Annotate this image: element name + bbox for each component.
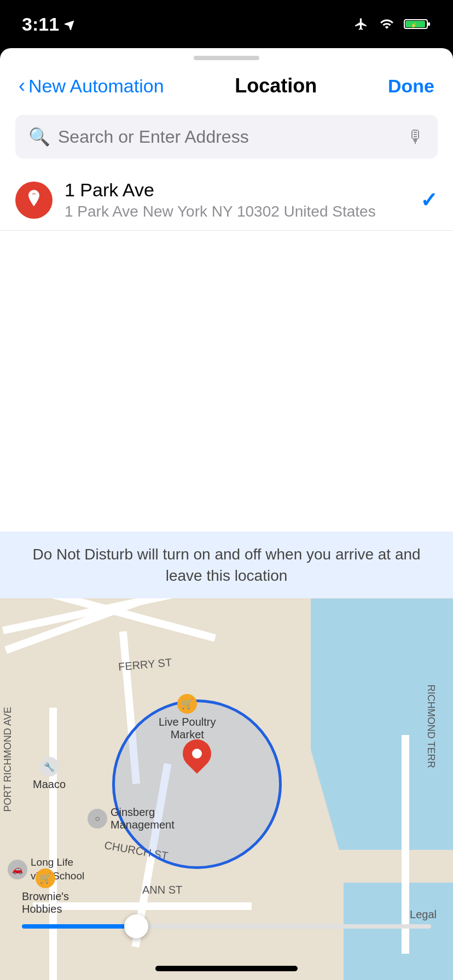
legal-label[interactable]: Legal <box>410 908 437 921</box>
ginsberg-label: GinsbergManagement <box>111 806 175 831</box>
map-pin-dot <box>192 749 202 759</box>
water-area-bottom <box>344 883 453 980</box>
map-section: Do Not Disturb will turn on and off when… <box>0 532 453 980</box>
poi-live-poultry: 🛒 Live PoultryMarket <box>159 694 216 741</box>
status-time: 3:11 <box>22 14 77 35</box>
airplane-icon <box>352 17 370 31</box>
page-title: Location <box>235 74 317 97</box>
location-list-item[interactable]: 1 Park Ave 1 Park Ave New York NY 10302 … <box>0 170 453 231</box>
back-label: New Automation <box>28 75 164 97</box>
brownies-label: Brownie'sHobbies <box>22 890 69 915</box>
poi-brownies: 🛒 Brownie'sHobbies <box>22 868 69 915</box>
battery-icon: ⚡ <box>404 17 431 31</box>
maaco-icon: 🔧 <box>39 757 59 777</box>
search-input[interactable] <box>58 127 399 147</box>
main-content: ‹ New Automation Location Done 🔍 🎙 1 Par… <box>0 48 453 980</box>
pull-indicator <box>194 56 259 60</box>
home-indicator <box>155 966 298 971</box>
location-address: 1 Park Ave New York NY 10302 United Stat… <box>65 203 408 220</box>
search-container: 🔍 🎙 <box>0 109 453 170</box>
maaco-label: Maaco <box>33 778 66 791</box>
svg-text:⚡: ⚡ <box>410 22 417 29</box>
map-notification-banner: Do Not Disturb will turn on and off when… <box>0 532 453 598</box>
slider-track <box>22 924 431 929</box>
search-icon: 🔍 <box>28 126 50 147</box>
status-bar: 3:11 ⚡ <box>0 0 453 48</box>
port-richmond-ave <box>49 708 57 980</box>
wifi-icon <box>378 17 396 31</box>
port-richmond-label: PORT RICHMOND AVE <box>2 707 14 812</box>
nav-header: ‹ New Automation Location Done <box>0 60 453 109</box>
richmond-ter-label: RICHMOND TERR <box>426 685 437 768</box>
pin-icon <box>26 190 42 211</box>
microphone-icon[interactable]: 🎙 <box>407 127 425 147</box>
chevron-left-icon: ‹ <box>19 74 25 97</box>
empty-space <box>0 231 453 537</box>
radius-slider-container[interactable] <box>0 924 453 929</box>
status-icons: ⚡ <box>352 17 431 31</box>
map-pin <box>183 739 211 768</box>
svg-rect-2 <box>428 22 430 26</box>
location-item-icon <box>15 182 53 219</box>
ginsberg-icon: ○ <box>88 809 107 829</box>
slider-fill <box>22 924 136 929</box>
brownies-icon: 🛒 <box>36 868 55 888</box>
checkmark-icon: ✓ <box>420 188 438 212</box>
done-button[interactable]: Done <box>388 75 434 97</box>
location-name: 1 Park Ave <box>65 179 408 201</box>
ann-st-label: ANN ST <box>142 884 182 896</box>
live-poultry-label: Live PoultryMarket <box>159 716 216 741</box>
live-poultry-icon: 🛒 <box>177 694 197 714</box>
back-button[interactable]: ‹ New Automation <box>19 74 164 97</box>
richmond-terrace <box>402 735 409 954</box>
slider-thumb[interactable] <box>124 914 148 938</box>
location-text-block: 1 Park Ave 1 Park Ave New York NY 10302 … <box>65 179 408 220</box>
search-bar[interactable]: 🔍 🎙 <box>15 115 438 159</box>
location-arrow-icon <box>65 18 77 30</box>
poi-maaco: 🔧 Maaco <box>33 757 66 791</box>
poi-ginsberg: ○ GinsbergManagement <box>88 806 175 831</box>
map-view[interactable]: FERRY ST CHURCH ST PORT RICHMOND AVE ANN… <box>0 598 453 980</box>
